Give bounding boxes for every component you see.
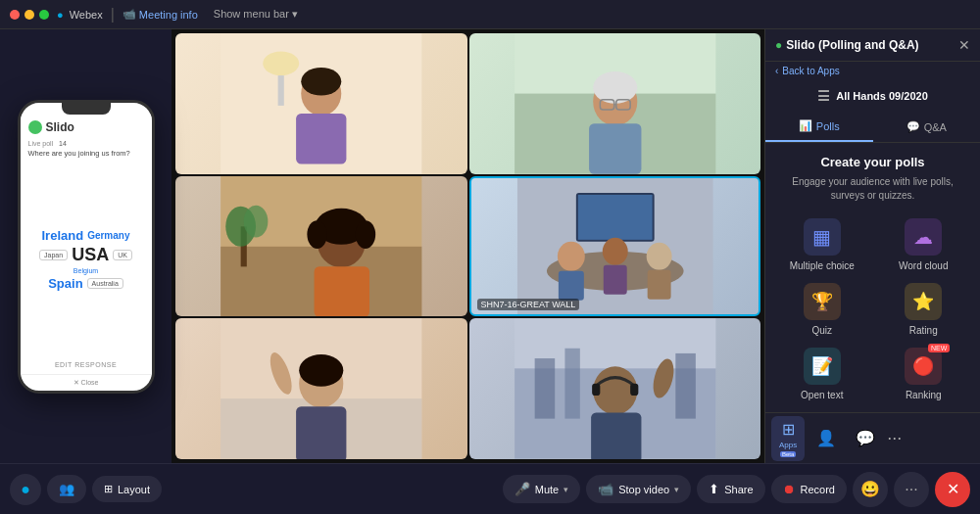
title-bar: ● Webex | 📹 Meeting info Show menu bar ▾: [0, 0, 980, 29]
tab-polls[interactable]: 📊 Polls: [765, 112, 873, 142]
record-button[interactable]: ⏺ Record: [771, 475, 847, 503]
phone-mockup: Slido Live poll 14 Where are you joining…: [18, 100, 155, 394]
phone-notch: [62, 103, 111, 115]
create-polls-title: Create your polls: [820, 155, 924, 169]
word-australia: Australia: [87, 278, 123, 289]
poll-type-multiple-choice[interactable]: ▦ Multiple choice: [777, 218, 867, 271]
poll-type-quiz[interactable]: 🏆 Quiz: [777, 283, 867, 336]
svg-point-22: [307, 220, 327, 249]
chat-panel-button[interactable]: 💬: [848, 425, 883, 451]
meeting-info-button[interactable]: 📹 Meeting info: [122, 8, 198, 21]
reactions-button[interactable]: 😀: [853, 472, 888, 507]
multiple-choice-icon: ▦: [804, 218, 841, 256]
open-text-icon: 📝: [804, 348, 841, 385]
share-button[interactable]: ⬆ Share: [697, 475, 764, 503]
close-window-button[interactable]: [10, 10, 20, 20]
apps-panel-button[interactable]: ⊞ Apps Beta: [771, 416, 805, 461]
video-cell-3[interactable]: [175, 176, 467, 317]
participants-icon: 👤: [816, 429, 836, 447]
poll-type-open-text[interactable]: 📝 Open text: [777, 348, 867, 400]
panel-tabs: 📊 Polls 💬 Q&A: [765, 112, 980, 143]
microphone-icon: 🎤: [514, 482, 530, 496]
word-cloud-label: Word cloud: [899, 260, 948, 271]
participants-button[interactable]: 👥: [47, 475, 86, 503]
svg-rect-20: [315, 266, 369, 316]
new-badge: NEW: [928, 344, 950, 352]
show-menu-bar-button[interactable]: Show menu bar ▾: [214, 8, 298, 21]
open-text-label: Open text: [801, 390, 843, 400]
svg-rect-33: [647, 269, 670, 299]
share-icon: ⬆: [709, 482, 719, 496]
svg-rect-43: [564, 349, 579, 419]
svg-point-5: [301, 68, 341, 96]
panel-title: ● Slido (Polling and Q&A): [775, 38, 919, 52]
more-options-button[interactable]: ···: [894, 472, 929, 507]
svg-point-1: [263, 51, 299, 75]
participants-panel-button[interactable]: 👤: [808, 425, 844, 451]
video-grid: SHN7-16-GREAT WALL: [172, 29, 764, 463]
word-cloud-display: Ireland Germany Japan USA UK Belgium Spa…: [28, 164, 144, 355]
video-cell-5[interactable]: [175, 318, 467, 459]
rating-icon: ⭐: [905, 283, 942, 320]
maximize-window-button[interactable]: [39, 10, 49, 20]
hamburger-icon[interactable]: ☰: [817, 88, 830, 104]
svg-rect-2: [278, 75, 284, 106]
window-controls[interactable]: [10, 10, 49, 20]
svg-point-28: [557, 242, 584, 271]
svg-point-23: [356, 220, 376, 249]
poll-type-rating[interactable]: ⭐ Rating: [879, 283, 969, 336]
ranking-label: Ranking: [906, 390, 942, 400]
svg-rect-31: [603, 264, 626, 294]
chat-icon: 💬: [856, 429, 875, 447]
svg-point-30: [602, 238, 627, 265]
stop-video-button[interactable]: 📹 Stop video: [586, 475, 691, 503]
layout-button[interactable]: ⊞ Layout: [92, 476, 162, 502]
qa-icon: 💬: [906, 120, 920, 133]
back-to-apps-button[interactable]: ‹ Back to Apps: [765, 62, 980, 80]
video-cell-2[interactable]: [469, 33, 761, 174]
phone-screen: Slido Live poll 14 Where are you joining…: [21, 115, 152, 374]
edit-response-button[interactable]: EDIT RESPONSE: [28, 361, 144, 368]
panel-header-icons: ✕: [958, 37, 970, 53]
svg-rect-9: [589, 123, 641, 173]
slido-logo: Slido: [28, 120, 144, 134]
ranking-icon: 🔴: [905, 348, 942, 385]
video-cell-6[interactable]: [469, 318, 761, 459]
slido-panel: ● Slido (Polling and Q&A) ✕ ‹ Back to Ap…: [764, 29, 980, 463]
word-cloud-icon: ☁: [905, 218, 942, 256]
svg-rect-42: [534, 358, 555, 419]
mute-button[interactable]: 🎤 Mute: [503, 475, 580, 503]
svg-point-10: [593, 71, 637, 104]
tab-qa[interactable]: 💬 Q&A: [873, 112, 981, 142]
dots-icon: ···: [905, 481, 917, 498]
poll-type-word-cloud[interactable]: ☁ Word cloud: [879, 218, 969, 271]
multiple-choice-label: Multiple choice: [790, 260, 855, 271]
webex-icon-button[interactable]: ●: [10, 474, 41, 505]
phone-mockup-area: Slido Live poll 14 Where are you joining…: [0, 29, 172, 463]
svg-point-38: [299, 354, 343, 387]
panel-header: ● Slido (Polling and Q&A) ✕: [765, 29, 980, 62]
main-area: Slido Live poll 14 Where are you joining…: [0, 29, 980, 463]
video-cell-4[interactable]: SHN7-16-GREAT WALL: [469, 176, 761, 317]
end-call-button[interactable]: ✕: [935, 472, 970, 507]
panel-content: Create your polls Engage your audience w…: [765, 143, 980, 412]
poll-type-ranking[interactable]: 🔴 NEW Ranking: [879, 348, 969, 400]
create-polls-description: Engage your audience with live polls, su…: [777, 175, 968, 203]
poll-options-grid: ▦ Multiple choice ☁ Word cloud 🏆 Quiz ⭐ …: [777, 218, 968, 400]
word-uk: UK: [113, 250, 132, 260]
svg-rect-27: [577, 195, 652, 240]
word-japan: Japan: [39, 250, 68, 260]
minimize-window-button[interactable]: [24, 10, 34, 20]
phone-close-button[interactable]: ✕ Close: [21, 374, 152, 391]
panel-close-button[interactable]: ✕: [958, 37, 970, 53]
slido-panel-bottom-toolbar: ⊞ Apps Beta 👤 💬 ···: [765, 412, 980, 463]
svg-rect-37: [296, 407, 346, 459]
svg-rect-47: [592, 384, 600, 396]
quiz-icon: 🏆: [804, 283, 841, 320]
video-cell-1[interactable]: [175, 33, 467, 174]
camera-icon: 📹: [598, 482, 613, 496]
more-panel-options-button[interactable]: ···: [887, 428, 902, 448]
svg-rect-46: [591, 413, 641, 459]
word-usa: USA: [72, 245, 109, 265]
participants-toolbar-icon: 👥: [59, 482, 74, 496]
